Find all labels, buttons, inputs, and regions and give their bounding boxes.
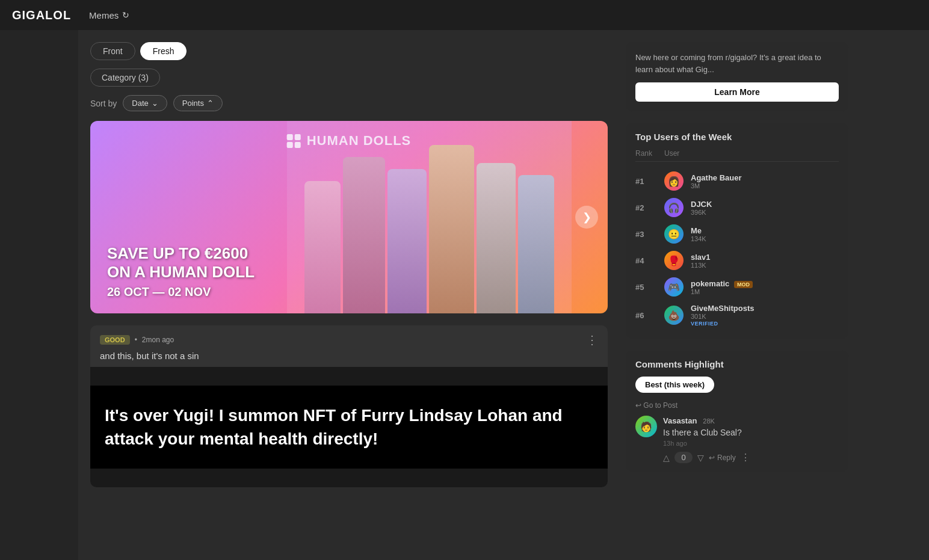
tab-front[interactable]: Front [90, 42, 135, 60]
user-name-3: Me [691, 226, 839, 235]
top-users-title: Top Users of the Week [635, 132, 839, 142]
user-avatar-3: 😐 [664, 224, 684, 244]
sort-date-label: Date [132, 99, 148, 108]
downvote-button[interactable]: ▽ [697, 453, 704, 463]
comments-card: Comments Highlight Best (this week) ↩ Go… [626, 351, 848, 472]
sort-date-chevron: ⌄ [152, 99, 158, 108]
user-info-2: DJCK 396K [691, 200, 839, 216]
filter-tabs: Front Fresh [90, 42, 608, 60]
ad-headline: SAVE UP TO €2600 ON A HUMAN DOLL [107, 244, 255, 282]
ad-dolls-visual [287, 121, 572, 313]
ad-text-content: SAVE UP TO €2600 ON A HUMAN DOLL 26 OCT … [90, 230, 271, 313]
sort-points-button[interactable]: Points ⌃ [173, 95, 223, 111]
user-info-3: Me 134K [691, 226, 839, 242]
user-avatar-1: 👩 [664, 171, 684, 191]
header-nav: Memes ↻ [89, 10, 129, 20]
comment-text: Is there a Club Seal? [663, 428, 750, 437]
user-name-4: slav1 [691, 253, 839, 262]
main-content: Front Fresh Category (3) Sort by Date ⌄ … [78, 30, 620, 560]
user-name-1: Agathe Bauer [691, 173, 839, 182]
users-table-header: Rank User [635, 149, 839, 162]
comments-title: Comments Highlight [635, 359, 839, 369]
sort-points-label: Points [182, 99, 204, 108]
learn-more-button[interactable]: Learn More [635, 82, 839, 102]
user-row: #3 😐 Me 134K [635, 221, 839, 247]
comment-body: Vasastan 28K Is there a Club Seal? 13h a… [663, 416, 750, 463]
user-row: #4 🥊 slav1 113K [635, 247, 839, 274]
post-card: GOOD • 2mon ago ⋮ and this, but it's not… [90, 325, 608, 487]
promo-text: New here or coming from r/gigalol? It's … [635, 52, 839, 75]
header: GIGALOL Memes ↻ [0, 0, 929, 30]
post-image: It's over Yugi! I summon NFT of Furry Li… [90, 367, 608, 487]
reply-label: Reply [717, 454, 736, 462]
user-row: #2 🎧 DJCK 396K [635, 194, 839, 221]
category-button[interactable]: Category (3) [90, 69, 160, 87]
verified-badge: VERIFIED [691, 321, 839, 327]
post-more-button[interactable]: ⋮ [586, 333, 598, 347]
user-points-2: 396K [691, 209, 839, 216]
comment-block: 🧑 Vasastan 28K Is there a Club Seal? 13h… [635, 416, 839, 463]
user-row: #6 💩 GiveMeShitposts 301K VERIFIED [635, 300, 839, 330]
post-dot: • [135, 336, 137, 344]
logo[interactable]: GIGALOL [12, 8, 71, 22]
right-sidebar: New here or coming from r/gigalol? It's … [620, 30, 860, 560]
ad-date: 26 OCT — 02 NOV [107, 285, 255, 299]
page-wrapper: Front Fresh Category (3) Sort by Date ⌄ … [0, 0, 929, 560]
user-avatar-2: 🎧 [664, 198, 684, 217]
post-meta: GOOD • 2mon ago [100, 335, 174, 345]
post-badge: GOOD [100, 335, 130, 345]
user-info-5: pokematic MOD 1M [691, 279, 839, 295]
user-info-4: slav1 113K [691, 253, 839, 269]
mod-badge: MOD [734, 281, 753, 288]
comment-more-button[interactable]: ⋮ [741, 452, 750, 463]
user-row: #1 👩 Agathe Bauer 3M [635, 168, 839, 194]
rank-1: #1 [635, 177, 659, 186]
rank-6: #6 [635, 311, 659, 320]
rank-2: #2 [635, 203, 659, 212]
user-info-1: Agathe Bauer 3M [691, 173, 839, 189]
user-name-2: DJCK [691, 200, 839, 209]
user-points-3: 134K [691, 235, 839, 242]
ad-banner: HUMAN DOLLS SAVE UP TO €2600 [90, 121, 608, 313]
refresh-icon[interactable]: ↻ [122, 10, 129, 20]
user-avatar-6: 💩 [664, 306, 684, 325]
meme-text: It's over Yugi! I summon NFT of Furry Li… [90, 386, 608, 469]
comment-username: Vasastan [663, 416, 697, 425]
tab-fresh[interactable]: Fresh [140, 42, 187, 60]
user-avatar-4: 🥊 [664, 251, 684, 270]
upvote-button[interactable]: △ [663, 453, 670, 463]
comment-actions: △ 0 ▽ ↩ Reply ⋮ [663, 452, 750, 463]
promo-card: New here or coming from r/gigalol? It's … [626, 42, 848, 111]
rank-col-header: Rank [635, 149, 659, 158]
comment-avatar: 🧑 [635, 416, 657, 437]
sort-date-button[interactable]: Date ⌄ [123, 95, 167, 111]
user-info-6: GiveMeShitposts 301K VERIFIED [691, 304, 839, 327]
post-header: GOOD • 2mon ago ⋮ [90, 325, 608, 351]
rank-4: #4 [635, 256, 659, 265]
ad-next-button[interactable]: ❯ [575, 206, 598, 229]
memes-nav-label[interactable]: Memes [89, 10, 119, 20]
sort-row: Sort by Date ⌄ Points ⌃ [90, 95, 608, 111]
top-users-card: Top Users of the Week Rank User #1 👩 Aga… [626, 123, 848, 339]
post-title: and this, but it's not a sin [90, 351, 608, 367]
comment-time: 13h ago [663, 440, 750, 447]
left-sidebar [0, 30, 78, 560]
rank-5: #5 [635, 283, 659, 292]
reply-button[interactable]: ↩ Reply [709, 454, 736, 462]
user-name-5: pokematic MOD [691, 279, 839, 288]
go-to-post-link[interactable]: ↩ Go to Post [635, 401, 839, 410]
user-avatar-5: 🎮 [664, 277, 684, 297]
reply-arrow: ↩ [709, 454, 715, 462]
post-time: 2mon ago [142, 336, 174, 344]
sort-points-chevron: ⌃ [207, 99, 214, 108]
user-points-5: 1M [691, 288, 839, 295]
user-row: #5 🎮 pokematic MOD 1M [635, 274, 839, 300]
sort-label: Sort by [90, 99, 117, 108]
user-points-1: 3M [691, 182, 839, 189]
vote-count: 0 [674, 452, 693, 463]
user-col-header: User [664, 149, 839, 158]
user-name-6: GiveMeShitposts [691, 304, 839, 313]
comment-user-points: 28K [703, 417, 715, 425]
best-this-week-button[interactable]: Best (this week) [635, 377, 714, 393]
user-points-6: 301K VERIFIED [691, 313, 839, 327]
